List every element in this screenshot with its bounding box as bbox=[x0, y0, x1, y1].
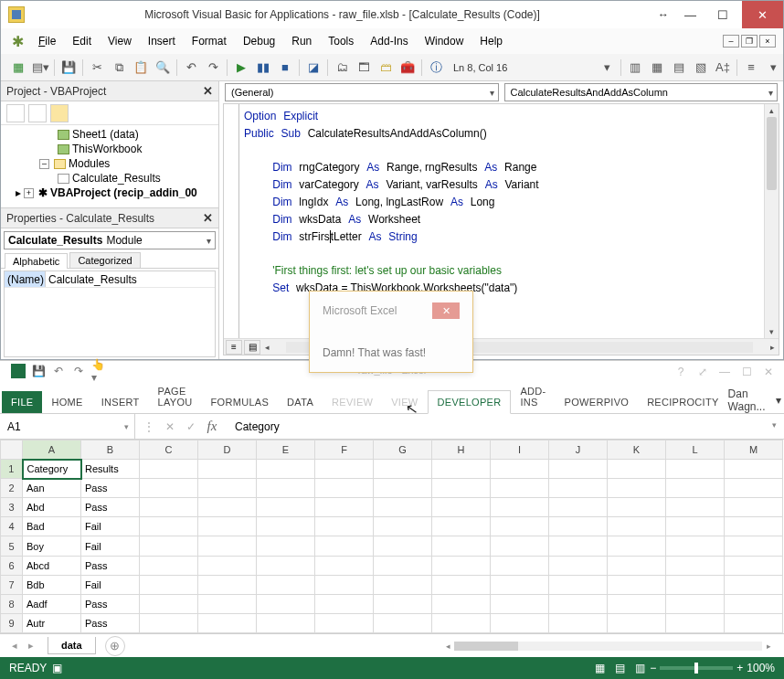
cell-L1[interactable] bbox=[666, 460, 725, 479]
view-code-icon[interactable] bbox=[6, 104, 25, 122]
cell-J6[interactable] bbox=[549, 556, 608, 575]
cell-K1[interactable] bbox=[608, 460, 666, 479]
cell-A2[interactable]: Aan bbox=[23, 479, 81, 498]
menu-addins[interactable]: Add-Ins bbox=[363, 32, 415, 50]
cell-H1[interactable] bbox=[432, 460, 491, 479]
excel-minimize-button[interactable]: — bbox=[715, 364, 735, 380]
tree-node-recip-addin[interactable]: ▸ +✱ VBAProject (recip_addin_00 bbox=[5, 186, 215, 200]
excel-maximize-button[interactable]: ☐ bbox=[736, 364, 757, 380]
ribbon-tab-developer[interactable]: DEVELOPER bbox=[428, 390, 512, 414]
save-icon[interactable]: 💾 bbox=[58, 58, 79, 78]
cell-L4[interactable] bbox=[666, 517, 725, 536]
properties-tab-categorized[interactable]: Categorized bbox=[69, 252, 140, 268]
cell-A9[interactable]: Autr bbox=[23, 613, 81, 632]
cell-F7[interactable] bbox=[315, 575, 374, 594]
cell-H3[interactable] bbox=[432, 498, 491, 517]
cell-D2[interactable] bbox=[198, 479, 257, 498]
scroll-down-icon[interactable]: ▾ bbox=[765, 325, 779, 338]
cell-B6[interactable]: Pass bbox=[81, 556, 140, 575]
cell-F3[interactable] bbox=[315, 498, 374, 517]
ribbon-tab-view[interactable]: VIEW bbox=[382, 391, 427, 413]
cell-H8[interactable] bbox=[432, 594, 491, 613]
find-icon[interactable]: 🔍 bbox=[153, 58, 173, 78]
cell-H2[interactable] bbox=[432, 479, 491, 498]
message-box[interactable]: Microsoft Excel ✕ Damn! That was fast! bbox=[309, 291, 473, 373]
cell-I2[interactable] bbox=[491, 479, 549, 498]
ribbon-tab-insert[interactable]: INSERT bbox=[92, 391, 149, 413]
row-header-6[interactable]: 6 bbox=[1, 556, 23, 575]
cell-M9[interactable] bbox=[725, 613, 783, 632]
cell-G7[interactable] bbox=[374, 575, 432, 594]
cell-C9[interactable] bbox=[140, 613, 198, 632]
ribbon-tab-home[interactable]: HOME bbox=[42, 391, 91, 413]
procedure-view-icon[interactable]: ≡ bbox=[226, 340, 242, 355]
cell-I1[interactable] bbox=[491, 460, 549, 479]
scroll-right-icon[interactable]: ▸ bbox=[766, 343, 779, 352]
cell-J2[interactable] bbox=[549, 479, 608, 498]
cell-B2[interactable]: Pass bbox=[81, 479, 140, 498]
cell-K8[interactable] bbox=[608, 594, 666, 613]
cell-A4[interactable]: Bad bbox=[23, 517, 81, 536]
cell-B3[interactable]: Pass bbox=[81, 498, 140, 517]
cell-K6[interactable] bbox=[608, 556, 666, 575]
menu-run[interactable]: Run bbox=[284, 32, 319, 50]
mdi-restore-button[interactable]: ❐ bbox=[741, 35, 758, 48]
cell-G8[interactable] bbox=[374, 594, 432, 613]
menu-window[interactable]: Window bbox=[418, 32, 471, 50]
col-header-J[interactable]: J bbox=[549, 440, 608, 460]
name-box[interactable]: A1 bbox=[0, 414, 135, 439]
sheet-horizontal-scrollbar[interactable]: ◂ ▸ bbox=[134, 640, 775, 652]
toolbar-overflow-icon[interactable]: ▾ bbox=[597, 58, 617, 78]
qat-undo-icon[interactable]: ↶ bbox=[51, 364, 66, 378]
cell-G6[interactable] bbox=[374, 556, 432, 575]
ribbon-tab-data[interactable]: DATA bbox=[278, 391, 323, 413]
insert-module-icon[interactable]: ▤▾ bbox=[30, 58, 50, 78]
row-header-8[interactable]: 8 bbox=[1, 594, 23, 613]
code-vertical-scrollbar[interactable]: ▴ ▾ bbox=[764, 104, 779, 338]
cell-G5[interactable] bbox=[374, 536, 432, 556]
col-header-A[interactable]: A bbox=[23, 440, 81, 460]
menu-view[interactable]: View bbox=[101, 32, 139, 50]
toolbox-icon[interactable]: 🧰 bbox=[397, 58, 418, 78]
excel-app-icon[interactable] bbox=[11, 364, 26, 378]
cell-E2[interactable] bbox=[257, 479, 315, 498]
zoom-slider[interactable]: − + 100% bbox=[650, 662, 775, 674]
row-header-4[interactable]: 4 bbox=[1, 517, 23, 536]
object-browser-icon[interactable]: 🗃 bbox=[376, 58, 396, 78]
property-value[interactable]: Calculate_Results bbox=[46, 271, 215, 287]
cell-H4[interactable] bbox=[432, 517, 491, 536]
cell-D7[interactable] bbox=[198, 575, 257, 594]
cell-B4[interactable]: Fail bbox=[81, 517, 140, 536]
sheet-nav-last-icon[interactable]: ▸ bbox=[24, 640, 38, 652]
view-normal-icon[interactable]: ▦ bbox=[589, 662, 609, 674]
col-header-H[interactable]: H bbox=[432, 440, 491, 460]
menu-insert[interactable]: Insert bbox=[141, 32, 183, 50]
cell-M5[interactable] bbox=[725, 536, 783, 556]
cell-F2[interactable] bbox=[315, 479, 374, 498]
cell-K9[interactable] bbox=[608, 613, 666, 632]
cell-D1[interactable] bbox=[198, 460, 257, 479]
ribbon-tab-file[interactable]: FILE bbox=[2, 391, 42, 413]
run-icon[interactable]: ▶ bbox=[231, 58, 251, 78]
cell-F5[interactable] bbox=[315, 536, 374, 556]
menu-format[interactable]: Format bbox=[185, 32, 234, 50]
cell-I6[interactable] bbox=[491, 556, 549, 575]
row-header-1[interactable]: 1 bbox=[1, 460, 23, 479]
cell-D5[interactable] bbox=[198, 536, 257, 556]
cell-A6[interactable]: Abcd bbox=[23, 556, 81, 575]
cell-M4[interactable] bbox=[725, 517, 783, 536]
paste-icon[interactable]: 📋 bbox=[131, 58, 151, 78]
tb-extra5-icon[interactable]: A‡ bbox=[713, 58, 733, 78]
row-header-7[interactable]: 7 bbox=[1, 575, 23, 594]
cell-M1[interactable] bbox=[725, 460, 783, 479]
tree-node-calculate-results[interactable]: Calculate_Results bbox=[5, 171, 215, 186]
hscroll-right-icon[interactable]: ▸ bbox=[762, 642, 775, 651]
properties-panel-title[interactable]: Properties - Calculate_Results ✕ bbox=[1, 208, 218, 228]
cell-G9[interactable] bbox=[374, 613, 432, 632]
mdi-minimize-button[interactable]: – bbox=[723, 35, 739, 48]
full-module-view-icon[interactable]: ▤ bbox=[244, 340, 260, 355]
cell-E7[interactable] bbox=[257, 575, 315, 594]
code-object-dropdown[interactable]: (General) bbox=[225, 83, 499, 101]
cell-J7[interactable] bbox=[549, 575, 608, 594]
menu-help[interactable]: Help bbox=[472, 32, 510, 50]
